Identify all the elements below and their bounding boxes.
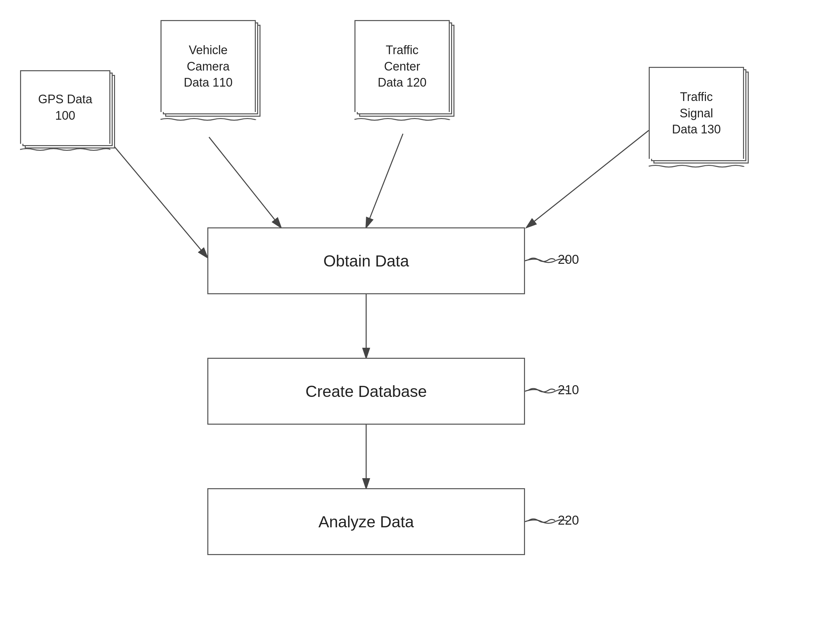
analyze-data-label: Analyze Data	[319, 512, 414, 531]
analyze-data-ref: 220	[528, 513, 579, 528]
create-database-ref-label: 210	[558, 383, 579, 397]
svg-line-1	[104, 134, 207, 258]
traffic-center-node: TrafficCenterData 120	[354, 20, 458, 120]
obtain-data-box: Obtain Data	[207, 227, 525, 294]
diagram-container: GPS Data100 VehicleCameraData 110 Traffi…	[0, 0, 840, 641]
obtain-data-ref-label: 200	[558, 253, 579, 267]
traffic-signal-node: TrafficSignalData 130	[649, 67, 752, 167]
svg-line-4	[527, 130, 649, 227]
obtain-data-label: Obtain Data	[323, 252, 409, 270]
traffic-center-label: TrafficCenterData 120	[378, 42, 426, 91]
create-database-box: Create Database	[207, 358, 525, 425]
gps-data-node: GPS Data100	[20, 70, 117, 150]
analyze-data-box: Analyze Data	[207, 488, 525, 555]
obtain-data-ref: 200	[528, 253, 579, 267]
analyze-data-ref-label: 220	[558, 513, 579, 528]
traffic-signal-label: TrafficSignalData 130	[672, 89, 721, 138]
svg-line-2	[209, 137, 281, 227]
svg-line-3	[366, 134, 403, 227]
vehicle-camera-node: VehicleCameraData 110	[161, 20, 264, 120]
create-database-label: Create Database	[306, 382, 427, 401]
vehicle-camera-label: VehicleCameraData 110	[183, 42, 232, 91]
create-database-ref: 210	[528, 383, 579, 397]
gps-data-label: GPS Data100	[38, 91, 92, 124]
